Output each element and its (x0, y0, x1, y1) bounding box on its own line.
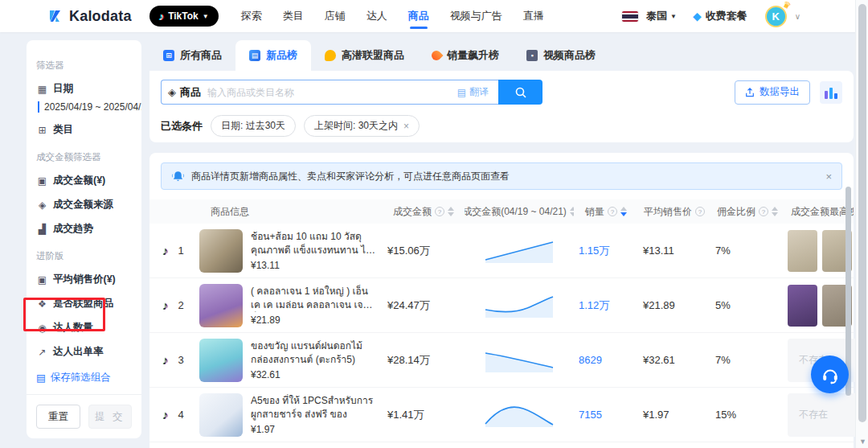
remove-filter-icon[interactable]: × (403, 121, 409, 132)
avg-price-value: ¥13.11 (638, 245, 710, 257)
nav-item-product[interactable]: 商品 (408, 0, 429, 32)
rank-number: 4 (178, 409, 184, 421)
video-thumbnail[interactable] (788, 230, 817, 272)
filter-tag-date: 日期: 过去30天 (211, 115, 296, 137)
nav-item-explore[interactable]: 探索 (241, 0, 262, 32)
product-title[interactable]: ช้อน+ส้อม 10 แถม 10 วัสดุ คุณภาพดี แข็งแ… (251, 230, 376, 258)
tab-high-potential-affiliate[interactable]: 高潜联盟商品 (311, 40, 418, 71)
chevron-down-icon: ▼ (670, 13, 677, 20)
video-thumbnail[interactable] (788, 285, 817, 327)
table-scrollbar[interactable] (845, 154, 851, 448)
plan-label: 收费套餐 (706, 9, 747, 23)
product-image[interactable] (199, 393, 243, 437)
sidebar-item-creator-count[interactable]: ◉ 达人数量 (36, 321, 132, 335)
scroll-down-arrow-icon[interactable]: ▼ (859, 438, 866, 446)
table-row[interactable]: ♪ 4 A5ของ ที่ให้ 1PCSสำหรับการผูกสายชาร์… (149, 388, 854, 442)
tab-video-products[interactable]: ▪ 视频商品榜 (513, 40, 609, 71)
sidebar-item-avg-price[interactable]: ▣ 平均销售价(¥) (36, 273, 132, 286)
product-title[interactable]: ( คลอลาเจน 1 ห่อใหญ่ ) เอ็น เค เค เมล่อน… (251, 285, 376, 313)
nav-item-shop[interactable]: 店铺 (325, 0, 346, 32)
kalodata-logo[interactable]: Kalodata (48, 8, 132, 25)
commission-value: 5% (710, 299, 784, 311)
col-commission[interactable]: 佣金比例 ? (710, 205, 784, 219)
date-range-value[interactable]: 2025/04/19 ~ 2025/04/21 (38, 101, 132, 113)
table-row[interactable]: ♪ 1 ช้อน+ส้อม 10 แถม 10 วัสดุ คุณภาพดี แ… (149, 224, 854, 278)
kalodata-logo-icon (48, 8, 64, 24)
region-selector[interactable]: 泰国 ▼ (646, 9, 677, 23)
new-badge-icon: ▤ (249, 50, 260, 61)
tab-sales-surge[interactable]: 销量飙升榜 (418, 40, 513, 71)
col-top-video: 成交金额最高视频 (784, 205, 854, 219)
sales-value[interactable]: 1.12万 (574, 298, 638, 313)
sort-control[interactable] (772, 207, 778, 216)
product-image[interactable] (199, 229, 243, 273)
tab-new-products[interactable]: ▤ 新品榜 (235, 40, 311, 71)
table-row[interactable]: ♪ 5 1 แถม 1 ครีมหน้าใสลดคล้ำรอย 5 ชิ้น ¥… (149, 442, 854, 448)
help-icon[interactable]: ? (759, 207, 768, 216)
trend-bars-icon: ▟ (36, 224, 48, 235)
commission-value: 7% (710, 354, 784, 366)
help-icon[interactable]: ? (608, 207, 617, 216)
gmv-value: ¥28.14万 (383, 353, 465, 368)
user-avatar[interactable]: K ♛ (765, 6, 787, 27)
sidebar-item-date[interactable]: ▦ 日期 (36, 82, 132, 96)
save-icon: ▤ (36, 372, 46, 384)
line-chart-icon: ↗ (36, 347, 48, 358)
submit-button[interactable]: 提 交 (88, 405, 133, 429)
sidebar-item-category[interactable]: ⊞ 类目 (36, 123, 132, 137)
sales-value[interactable]: 8629 (574, 354, 638, 366)
product-image[interactable] (199, 339, 243, 382)
sidebar-item-gmv[interactable]: ▣ 成交金额(¥) (36, 174, 132, 187)
product-title[interactable]: A5ของ ที่ให้ 1PCSสำหรับการผูกสายชาร์จ ส่… (251, 394, 376, 422)
sort-control[interactable] (448, 207, 454, 216)
col-product-info: 商品信息 (199, 205, 383, 219)
sidebar-item-creator-rate[interactable]: ↗ 达人出单率 (36, 345, 132, 359)
tiktok-icon: ♪ (162, 353, 169, 367)
paid-plan-button[interactable]: ◆ 收费套餐 (693, 9, 747, 23)
save-filter-combo-link[interactable]: ▤ 保存筛选组合 (27, 363, 141, 394)
product-image[interactable] (199, 284, 243, 327)
tab-all-products[interactable]: ⊞ 所有商品 (149, 40, 235, 71)
nav-item-live[interactable]: 直播 (523, 0, 544, 32)
product-search-box[interactable]: ◈ 商品 ▤ 翻译 (161, 80, 498, 105)
sort-control-active[interactable] (620, 207, 627, 216)
nav-item-video-ads[interactable]: 视频与广告 (450, 0, 502, 32)
sidebar-item-gmv-trend[interactable]: ▟ 成交趋势 (36, 222, 132, 236)
ranking-tabs: ⊞ 所有商品 ▤ 新品榜 高潜联盟商品 销量飙升榜 ▪ 视频商品榜 (149, 40, 609, 71)
banner-close-icon[interactable]: × (825, 171, 832, 183)
category-icon: ⊞ (36, 125, 48, 136)
nav-item-creator[interactable]: 达人 (366, 0, 387, 32)
commission-value: 15% (710, 409, 784, 421)
col-avg-price[interactable]: 平均销售价 ? (638, 205, 710, 219)
scrollbar-thumb[interactable] (858, 4, 866, 422)
table-row[interactable]: ♪ 3 ของขวัญ แบรนด์ฝนดอกไม้ กล่องสงกรานต์… (149, 333, 854, 388)
chevron-down-icon: ▼ (203, 13, 209, 20)
trend-sparkline (465, 236, 574, 265)
table-row[interactable]: ♪ 2 ( คลอลาเจน 1 ห่อใหญ่ ) เอ็น เค เค เม… (149, 278, 854, 333)
top-navbar: Kalodata ♪ TikTok ▼ 探索 类目 店铺 达人 商品 视频与广告… (0, 0, 868, 32)
sidebar-item-gmv-source[interactable]: ◈ 成交金额来源 (36, 198, 132, 212)
col-gmv[interactable]: 成交金额 ? (383, 205, 465, 219)
translate-button[interactable]: ▤ 翻译 (457, 85, 489, 99)
sidebar-item-affiliate[interactable]: ❖ 是否联盟商品 (36, 297, 132, 310)
chart-view-button[interactable] (820, 81, 842, 104)
sales-value[interactable]: 7155 (574, 409, 638, 421)
customer-support-button[interactable] (811, 356, 849, 393)
account-chevron-icon[interactable]: ∨ (795, 12, 800, 21)
search-button[interactable] (498, 80, 542, 105)
search-input[interactable] (207, 87, 457, 98)
help-icon[interactable]: ? (695, 207, 705, 216)
reset-button[interactable]: 重置 (36, 405, 80, 429)
nav-item-category[interactable]: 类目 (283, 0, 304, 32)
scrollbar-thumb[interactable] (845, 187, 851, 396)
product-title[interactable]: ของขวัญ แบรนด์ฝนดอกไม้ กล่องสงกรานต์ (ตะ… (251, 339, 376, 368)
platform-selector-button[interactable]: ♪ TikTok ▼ (149, 6, 219, 27)
page-scrollbar[interactable]: ▼ (855, 0, 868, 448)
help-icon[interactable]: ? (435, 207, 444, 216)
data-export-button[interactable]: 数据导出 (735, 80, 810, 105)
col-sales[interactable]: 销量 ? (574, 205, 638, 219)
col-gmv-range[interactable]: 成交金额(04/19 ~ 04/21) (465, 205, 574, 219)
gmv-source-icon: ◈ (36, 199, 48, 211)
flame-icon (430, 49, 444, 63)
sales-value[interactable]: 1.15万 (574, 244, 638, 258)
